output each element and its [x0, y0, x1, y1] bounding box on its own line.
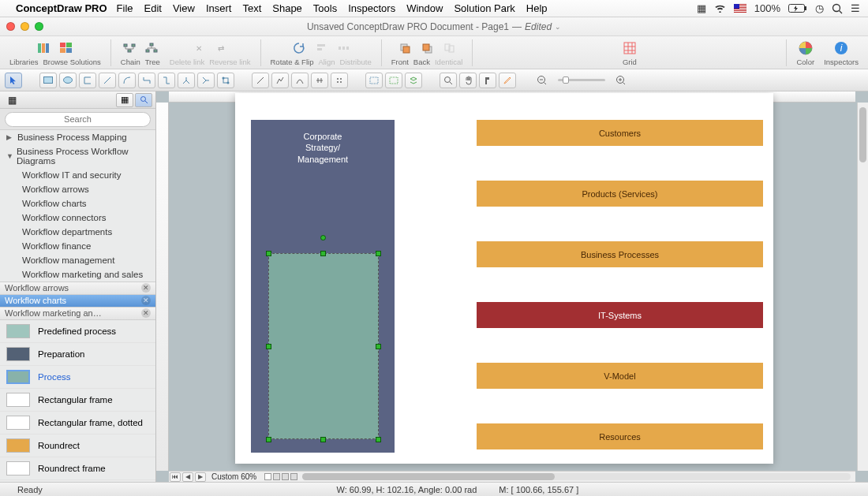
menu-help[interactable]: Help: [526, 2, 548, 14]
grid-status-icon[interactable]: ▦: [697, 2, 706, 14]
handle-ne[interactable]: [376, 251, 381, 256]
menu-inspectors[interactable]: Inspectors: [348, 2, 395, 14]
library-tab[interactable]: Workflow charts✕: [0, 295, 155, 308]
pointer-tool[interactable]: [5, 73, 22, 88]
format-tool[interactable]: [479, 73, 496, 88]
zoom-label[interactable]: Custom 60%: [207, 472, 261, 481]
handle-n[interactable]: [320, 251, 326, 256]
rect-tool[interactable]: [39, 73, 57, 88]
shape-item[interactable]: Roundrect frame: [0, 457, 155, 480]
zoom-tool[interactable]: [440, 73, 457, 88]
handle-se[interactable]: [376, 437, 381, 442]
process-shape-selected[interactable]: [268, 253, 379, 439]
diagram-box[interactable]: Business Processes: [477, 241, 763, 267]
distribute-button[interactable]: [335, 40, 351, 56]
rotate-flip-button[interactable]: [291, 40, 307, 56]
menu-tools[interactable]: Tools: [313, 2, 337, 14]
app-name[interactable]: ConceptDraw PRO: [16, 2, 107, 14]
zoom-slider[interactable]: [558, 79, 605, 81]
diagram-box[interactable]: Resources: [477, 423, 763, 449]
diagram-box[interactable]: IT-Systems: [477, 302, 763, 328]
selection1-tool[interactable]: [365, 73, 383, 88]
align-button[interactable]: [313, 40, 329, 56]
pen-tool[interactable]: [499, 73, 516, 88]
tree-disclosure-icon[interactable]: ▼: [6, 152, 13, 160]
connector3-tool[interactable]: [178, 73, 195, 88]
document-tabs[interactable]: [264, 473, 297, 480]
arc-tool[interactable]: [118, 73, 136, 88]
handle-nw[interactable]: [266, 251, 271, 256]
page-nav-first[interactable]: ⏮: [170, 472, 181, 482]
tree-item[interactable]: Workflow finance: [0, 239, 155, 253]
tree-button[interactable]: [144, 40, 159, 56]
menu-text[interactable]: Text: [242, 2, 261, 14]
spline-tool[interactable]: [331, 73, 348, 88]
diagram-box[interactable]: Products (Services): [477, 181, 763, 207]
wifi-icon[interactable]: [714, 4, 726, 13]
handle-w[interactable]: [266, 344, 271, 349]
ellipse-tool[interactable]: [59, 73, 77, 88]
snap-tool[interactable]: [217, 73, 234, 88]
spotlight-icon[interactable]: [832, 3, 843, 14]
close-tab-icon[interactable]: ✕: [141, 296, 151, 305]
back-button[interactable]: [419, 40, 435, 56]
handle-s[interactable]: [320, 437, 326, 442]
polyline-tool[interactable]: [271, 73, 289, 88]
rotate-handle[interactable]: [320, 235, 326, 241]
doc-tab-1[interactable]: [264, 473, 271, 480]
front-button[interactable]: [397, 40, 413, 56]
hand-tool[interactable]: [459, 73, 477, 88]
tree-disclosure-icon[interactable]: ▶: [6, 133, 14, 141]
menu-window[interactable]: Window: [406, 2, 443, 14]
chain-button[interactable]: [122, 40, 137, 56]
tree-item[interactable]: ▼Business Process Workflow Diagrams: [0, 144, 155, 168]
line2-tool[interactable]: [252, 73, 269, 88]
reverse-link-button[interactable]: ⇄: [213, 40, 229, 56]
tree-item[interactable]: Workflow departments: [0, 225, 155, 239]
handle-e[interactable]: [376, 344, 381, 349]
tree-item[interactable]: Workflow IT and security: [0, 168, 155, 182]
shape-item[interactable]: Predefined process: [0, 320, 155, 343]
identical-button[interactable]: [441, 40, 457, 56]
grid-view-button[interactable]: ▦: [116, 93, 133, 107]
canvas-area[interactable]: Corporate Strategy/ Management Customers…: [156, 91, 868, 482]
doc-tab-2[interactable]: [273, 473, 280, 480]
shape-item[interactable]: Roundrect frame, dotted: [0, 480, 155, 483]
tree-item[interactable]: Workflow management: [0, 253, 155, 267]
document-title[interactable]: Unsaved ConceptDraw PRO Document - Page1…: [307, 21, 561, 32]
menu-shape[interactable]: Shape: [272, 2, 302, 14]
library-tab[interactable]: Workflow marketing an…✕: [0, 308, 155, 320]
tree-item[interactable]: Workflow charts: [0, 196, 155, 211]
flag-icon[interactable]: [734, 4, 746, 13]
shape-item[interactable]: Roundrect: [0, 434, 155, 457]
browse-solutions-button[interactable]: [58, 40, 74, 56]
shape-item[interactable]: Preparation: [0, 343, 155, 366]
close-tab-icon[interactable]: ✕: [141, 308, 151, 318]
maximize-window-button[interactable]: [35, 22, 43, 31]
close-tab-icon[interactable]: ✕: [141, 283, 151, 293]
clock-icon[interactable]: ◷: [815, 2, 824, 14]
line-tool[interactable]: [99, 73, 116, 88]
bezier-tool[interactable]: [311, 73, 328, 88]
tree-item[interactable]: Workflow arrows: [0, 182, 155, 196]
horizontal-scrollbar[interactable]: [302, 473, 851, 480]
diagram-box[interactable]: V-Model: [477, 363, 763, 389]
connector1-tool[interactable]: [138, 73, 155, 88]
delete-link-button[interactable]: ✕: [191, 40, 207, 56]
curve-tool[interactable]: [291, 73, 309, 88]
search-input[interactable]: [5, 112, 151, 127]
doc-tab-4[interactable]: [290, 473, 297, 480]
connector2-tool[interactable]: [158, 73, 175, 88]
libraries-button[interactable]: [36, 40, 52, 56]
panel-icon[interactable]: ▦: [3, 93, 21, 107]
connector4-tool[interactable]: [197, 73, 215, 88]
page-nav-prev[interactable]: ◀: [182, 472, 193, 482]
grid-button[interactable]: [622, 40, 638, 56]
close-window-button[interactable]: [6, 22, 15, 31]
menu-insert[interactable]: Insert: [206, 2, 232, 14]
menu-file[interactable]: File: [117, 2, 133, 14]
minimize-window-button[interactable]: [21, 22, 29, 31]
handle-sw[interactable]: [266, 437, 271, 442]
selection2-tool[interactable]: [385, 73, 402, 88]
tree-item[interactable]: Workflow marketing and sales: [0, 267, 155, 282]
